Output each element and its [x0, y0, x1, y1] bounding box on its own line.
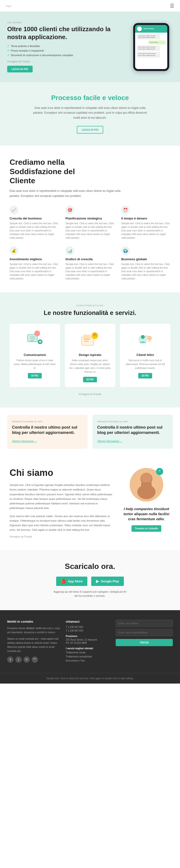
feature-title-4: Grafico di crescita: [65, 257, 115, 261]
footer-bottom-text: Sample text. Click to select the text bo…: [7, 677, 173, 680]
footer-address-label: Posizione:: [66, 635, 110, 638]
card-cta-2[interactable]: DI PIÙ: [138, 373, 152, 378]
hero-features-list: ✓Tema potente e flessibile ✓Prezzi sempl…: [7, 44, 125, 57]
card-title-1: Design ispirato: [69, 353, 111, 356]
feature-item-0: 📈 Crescita del business Sample text. Cli…: [9, 206, 59, 240]
hero-feature-2: ✓Prezzi semplici e trasparenti: [7, 49, 125, 52]
google-play-label: Google Play: [101, 580, 119, 583]
hero-cta-button[interactable]: LEGGI DI PIÙ: [7, 66, 33, 72]
feature-item-2: ⏰ Il tempo è denaro Sample text. Click t…: [121, 206, 171, 240]
app-store-button[interactable]: 🍎 App Store: [56, 577, 87, 586]
card-cta-1[interactable]: DI PIÙ: [83, 377, 97, 382]
linkedin-button[interactable]: Trovami su LinkedIn: [131, 525, 161, 532]
svg-point-14: [141, 335, 145, 339]
google-play-button[interactable]: ▶ Google Play: [91, 577, 124, 586]
svg-point-10: [93, 333, 97, 337]
feature-item-3: 💰 Investimento migliore Sample text. Cli…: [9, 246, 59, 280]
card-desc-0: Pretium lectus quam ut leo in vitae turp…: [13, 359, 56, 370]
feature-title-0: Crescita del business: [9, 217, 59, 220]
footer-phone-2: T 1.236.987.654: [66, 629, 110, 632]
feature-item-5: 🌍 Business globale Sample text. Click to…: [121, 246, 171, 280]
satisfaction-title: Crediamo nella Soddisfazione del Cliente: [9, 158, 101, 185]
footer-email-note: Stiamo un email consulta ami - clasa apl…: [7, 637, 60, 653]
download-buttons: 🍎 App Store ▶ Google Play: [9, 577, 171, 586]
footer-city: NY, NY 91103-9800: [66, 642, 110, 644]
svg-point-15: [147, 336, 152, 341]
blog-link-1[interactable]: Ulteriori informazioni →: [97, 440, 122, 442]
feature-title-5: Business globale: [121, 257, 171, 261]
about-quote: I help companies tincidunt tortor aliqua…: [122, 506, 171, 521]
features-image-credit: Immagine da Freepik: [9, 393, 171, 396]
process-title: Processo facile e veloce: [12, 94, 168, 102]
card-title-0: Comunicazioni: [13, 353, 56, 356]
blog-title-0: Controlla il nostro ultimo post sul blog…: [12, 425, 83, 435]
blog-link-0[interactable]: Ulteriori informazioni →: [12, 440, 37, 442]
hero-feature-1: ✓Tema potente e flessibile: [7, 44, 125, 48]
features-title: Le nostre funzionalità e servizi.: [9, 309, 171, 317]
feature-card-2: Clienti felici Nisl purus in mollis nunc…: [120, 324, 171, 387]
facebook-icon[interactable]: f: [7, 656, 13, 663]
about-image-credit: Immagine da Freepik: [9, 535, 113, 538]
social-icons: f t in 📷: [7, 656, 60, 663]
header: logo ☰: [0, 0, 180, 12]
card-cta-0[interactable]: DI PIÙ: [28, 373, 41, 378]
feature-desc-0: Sample text. Click to select the text bo…: [9, 222, 59, 240]
svg-point-18: [141, 473, 152, 484]
about-title: Chi siamo: [9, 468, 113, 478]
about-text: Chi siamo Sample text. Click to Egestas …: [9, 468, 113, 538]
app-store-label: App Store: [68, 580, 83, 583]
features-cards-section: CARATTERISTICHE Le nostre funzionalità e…: [0, 292, 180, 407]
hero-text: CHI SIAMO Oltre 1000 clienti che utilizz…: [7, 21, 125, 72]
feature-desc-4: Sample text. Click to select the text bo…: [65, 262, 115, 280]
process-description: Duis aute irure dolor in reprehenderit i…: [30, 105, 150, 120]
feature-desc-3: Sample text. Click to select the text bo…: [9, 262, 59, 280]
footer-col-3: TROVA: [116, 620, 173, 663]
download-note: Aggiungi qui del testo di supporto per s…: [52, 590, 128, 598]
footer-email-input[interactable]: [116, 629, 173, 636]
hero-feature-3: ✓Strumenti di costruzione e documentazio…: [7, 54, 125, 57]
footer-col-2: chiamaci: T 1.236.567.891 T 1.236.987.65…: [66, 620, 110, 663]
hamburger-icon[interactable]: ☰: [170, 3, 174, 9]
footer-services-label: I servizi migliori ofertati:: [66, 647, 110, 650]
feature-title-1: Pianificazione strategica: [65, 217, 115, 220]
phone-contact-name: Your Friend: [143, 28, 154, 30]
download-section: Scaricalo ora. 🍎 App Store ▶ Google Play…: [0, 550, 180, 610]
process-section: Processo facile e veloce Duis aute irure…: [0, 82, 180, 146]
footer-service-1[interactable]: Trattamento semplicitate: [66, 655, 110, 658]
blog-section: Progettazione di app Controlla il nostro…: [0, 407, 180, 456]
svg-text:💬: 💬: [39, 340, 42, 343]
features-cards-grid: 💬 Comunicazioni Pretium lectus quam ut l…: [9, 324, 171, 387]
google-play-icon: ▶: [96, 579, 99, 584]
footer: Mettiti in contatto Possiamo fornire aff…: [0, 610, 180, 673]
card-title-2: Clienti felici: [124, 353, 167, 356]
footer-service-2[interactable]: Escursione e Tour: [66, 659, 110, 662]
svg-point-1: [34, 331, 40, 336]
svg-rect-8: [83, 335, 90, 339]
feature-desc-5: Sample text. Click to select the text bo…: [121, 262, 171, 280]
svg-rect-12: [84, 341, 89, 342]
about-right: " I help companies tincidunt tortor aliq…: [122, 468, 171, 532]
footer-bottom: Sample text. Click to select the text bo…: [0, 673, 180, 684]
footer-name-input[interactable]: [116, 620, 173, 627]
hero-label: CHI SIAMO: [7, 21, 125, 24]
footer-submit-button[interactable]: TROVA: [116, 639, 173, 646]
satisfaction-description: Duis aute irure dolor in reprehenderit i…: [9, 188, 129, 198]
footer-col-1: Mettiti in contatto Possiamo fornire aff…: [7, 620, 60, 663]
logo: logo: [6, 4, 12, 8]
blog-title-1: Controlla il nostro ultimo post sul blog…: [97, 425, 168, 435]
footer-service-0[interactable]: Trattamento locale: [66, 651, 110, 654]
twitter-icon[interactable]: t: [16, 656, 22, 663]
linkedin-icon[interactable]: in: [24, 656, 30, 663]
about-description-2: Quis viverra nibh cras pulvinar mattis. …: [9, 514, 113, 532]
feature-title-3: Investimento migliore: [9, 257, 59, 261]
hero-image-credit: Immagine da Freepik: [7, 60, 125, 63]
features-label: CARATTERISTICHE: [9, 304, 171, 307]
blog-label-1: Progettazione di app: [97, 421, 168, 423]
svg-rect-19: [141, 482, 152, 494]
svg-rect-11: [84, 339, 90, 340]
feature-desc-2: Sample text. Click to select the text bo…: [121, 222, 171, 240]
footer-title-2: chiamaci:: [66, 620, 110, 623]
process-cta-button[interactable]: LEGGI DI PIÙ: [77, 126, 103, 133]
instagram-icon[interactable]: 📷: [32, 656, 38, 663]
feature-card-0: 💬 Comunicazioni Pretium lectus quam ut l…: [9, 324, 60, 387]
